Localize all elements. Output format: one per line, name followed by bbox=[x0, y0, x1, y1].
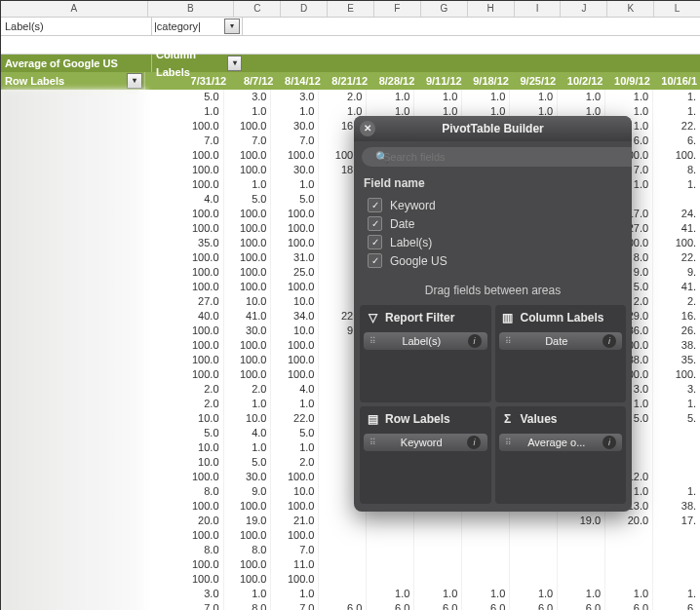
data-cell[interactable]: 35. bbox=[653, 353, 700, 367]
date-header[interactable]: 8/28/12 bbox=[371, 72, 418, 90]
data-cell[interactable] bbox=[462, 557, 510, 572]
data-cell[interactable]: 3.0 bbox=[138, 587, 223, 601]
data-cell[interactable] bbox=[510, 543, 558, 557]
data-cell[interactable]: 24. bbox=[653, 207, 700, 221]
data-cell[interactable]: 1.0 bbox=[510, 90, 558, 104]
date-header[interactable]: 10/16/1 bbox=[654, 72, 700, 90]
data-cell[interactable]: 3.0 bbox=[224, 90, 272, 104]
data-cell[interactable]: 2.0 bbox=[138, 397, 223, 411]
row-labels-cell[interactable]: Row Labels ▾ bbox=[1, 72, 145, 90]
pill-values[interactable]: ⠿ Average o... i bbox=[499, 434, 623, 451]
data-cell[interactable]: 34.0 bbox=[271, 309, 319, 324]
data-cell[interactable]: 6.0 bbox=[605, 601, 653, 610]
data-cell[interactable] bbox=[605, 528, 653, 543]
data-cell[interactable] bbox=[605, 557, 653, 572]
date-header[interactable]: 8/21/12 bbox=[325, 72, 371, 90]
data-cell[interactable]: 100.0 bbox=[271, 148, 319, 163]
data-cell[interactable]: 8.0 bbox=[138, 484, 223, 499]
data-cell[interactable] bbox=[319, 572, 367, 587]
date-header[interactable]: 8/14/12 bbox=[278, 72, 325, 90]
col-header[interactable]: K bbox=[607, 1, 654, 17]
data-cell[interactable]: 100.0 bbox=[224, 557, 272, 572]
data-cell[interactable]: 100.0 bbox=[138, 148, 223, 163]
data-cell[interactable]: 3.0 bbox=[271, 90, 319, 104]
field-item-keyword[interactable]: ✓ Keyword bbox=[362, 196, 624, 214]
data-cell[interactable]: 27.0 bbox=[138, 294, 223, 309]
data-cell[interactable] bbox=[653, 440, 700, 455]
data-cell[interactable]: 30.0 bbox=[224, 470, 272, 484]
data-cell[interactable]: 100.0 bbox=[138, 119, 223, 133]
data-cell[interactable]: 1.0 bbox=[271, 397, 319, 411]
col-header[interactable]: E bbox=[328, 1, 374, 17]
data-cell[interactable] bbox=[558, 557, 605, 572]
data-cell[interactable]: 1. bbox=[653, 90, 700, 104]
data-cell[interactable]: 100.0 bbox=[271, 221, 319, 236]
data-cell[interactable] bbox=[414, 543, 462, 557]
data-cell[interactable]: 22. bbox=[653, 119, 700, 133]
data-cell[interactable]: 100.0 bbox=[271, 236, 319, 250]
data-cell[interactable] bbox=[653, 192, 700, 207]
data-cell[interactable] bbox=[558, 528, 605, 543]
data-cell[interactable] bbox=[558, 572, 605, 587]
builder-titlebar[interactable]: ✕ PivotTable Builder bbox=[354, 116, 632, 141]
data-cell[interactable]: 2.0 bbox=[138, 382, 223, 397]
data-cell[interactable] bbox=[462, 543, 510, 557]
data-cell[interactable]: 100.0 bbox=[138, 572, 223, 587]
col-header[interactable]: G bbox=[421, 1, 468, 17]
data-cell[interactable]: 8.0 bbox=[138, 543, 223, 557]
col-header[interactable]: C bbox=[234, 1, 281, 17]
data-cell[interactable]: 5.0 bbox=[224, 192, 272, 207]
data-cell[interactable]: 100. bbox=[653, 236, 700, 250]
data-cell[interactable]: 1.0 bbox=[224, 397, 272, 411]
info-icon[interactable]: i bbox=[468, 334, 482, 348]
data-cell[interactable] bbox=[367, 543, 414, 557]
data-cell[interactable]: 6. bbox=[653, 601, 700, 610]
data-cell[interactable] bbox=[605, 543, 653, 557]
data-cell[interactable]: 100.0 bbox=[138, 280, 223, 294]
data-cell[interactable]: 1.0 bbox=[462, 587, 510, 601]
data-cell[interactable]: 10.0 bbox=[138, 455, 223, 470]
data-cell[interactable]: 100.0 bbox=[138, 265, 223, 280]
date-header[interactable]: 8/7/12 bbox=[230, 72, 277, 90]
data-cell[interactable]: 5.0 bbox=[224, 455, 272, 470]
data-cell[interactable]: 2. bbox=[653, 294, 700, 309]
data-cell[interactable]: 26. bbox=[653, 324, 700, 338]
columns-title-cell[interactable]: Column Labels ▾ bbox=[152, 55, 246, 72]
data-cell[interactable]: 5.0 bbox=[271, 192, 319, 207]
data-cell[interactable]: 100.0 bbox=[138, 557, 223, 572]
data-cell[interactable]: 40.0 bbox=[138, 309, 223, 324]
field-item-googleus[interactable]: ✓ Google US bbox=[362, 251, 624, 270]
data-cell[interactable] bbox=[462, 528, 510, 543]
data-cell[interactable]: 6.0 bbox=[414, 601, 462, 610]
data-cell[interactable]: 5. bbox=[653, 411, 700, 426]
data-cell[interactable]: 16. bbox=[653, 309, 700, 324]
data-cell[interactable] bbox=[510, 557, 558, 572]
col-header[interactable]: J bbox=[561, 1, 607, 17]
data-cell[interactable]: 100.0 bbox=[224, 163, 272, 177]
data-cell[interactable]: 1.0 bbox=[367, 90, 414, 104]
date-header[interactable]: 10/2/12 bbox=[560, 72, 606, 90]
checkbox-checked-icon[interactable]: ✓ bbox=[368, 235, 382, 249]
data-cell[interactable]: 1.0 bbox=[510, 587, 558, 601]
data-cell[interactable]: 1.0 bbox=[271, 104, 319, 119]
data-cell[interactable]: 100.0 bbox=[271, 470, 319, 484]
info-icon[interactable]: i bbox=[603, 334, 616, 348]
data-cell[interactable]: 2.0 bbox=[271, 455, 319, 470]
data-cell[interactable]: 22. bbox=[653, 250, 700, 265]
data-cell[interactable]: 38. bbox=[653, 338, 700, 353]
area-report-filter[interactable]: ▽ Report Filter ⠿ Label(s) i bbox=[360, 305, 491, 402]
data-cell[interactable] bbox=[414, 557, 462, 572]
data-cell[interactable]: 9.0 bbox=[224, 484, 272, 499]
data-cell[interactable] bbox=[414, 572, 462, 587]
data-cell[interactable]: 9. bbox=[653, 265, 700, 280]
search-input[interactable] bbox=[362, 147, 632, 167]
data-cell[interactable]: 100.0 bbox=[224, 353, 272, 367]
data-cell[interactable]: 38. bbox=[653, 499, 700, 514]
data-cell[interactable]: 8. bbox=[653, 163, 700, 177]
data-cell[interactable]: 100.0 bbox=[224, 221, 272, 236]
data-cell[interactable] bbox=[653, 557, 700, 572]
close-icon[interactable]: ✕ bbox=[360, 121, 375, 136]
data-cell[interactable] bbox=[653, 572, 700, 587]
data-cell[interactable]: 100.0 bbox=[224, 265, 272, 280]
data-cell[interactable]: 4.0 bbox=[138, 192, 223, 207]
